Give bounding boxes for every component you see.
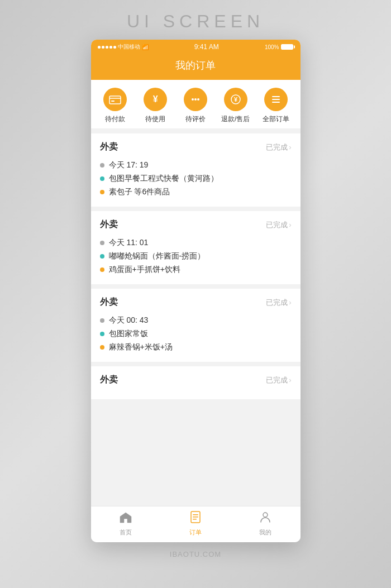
order-category-4: 外卖	[100, 374, 118, 386]
status-left: 中国移动 📶	[98, 43, 149, 51]
order-header-4: 外卖 已完成 ›	[100, 374, 292, 386]
order-category-2: 外卖	[100, 219, 118, 231]
order-status-text-3: 已完成	[266, 298, 288, 308]
nav-icon-pending-use-icon: ¥	[144, 88, 167, 111]
signal-dot-5	[113, 46, 116, 49]
nav-item-all-orders[interactable]: 全部订单	[256, 88, 296, 124]
order-card-1: 外卖 已完成 › 今天 17: 19 包图早餐工程式快餐（黄河路） 素包子 等6…	[91, 133, 301, 207]
battery-fill	[282, 45, 293, 49]
order-header-1: 外卖 已完成 ›	[100, 141, 292, 153]
tab-home[interactable]: 首页	[91, 511, 161, 537]
order-item-text-1-1: 包图早餐工程式快餐（黄河路）	[109, 174, 218, 184]
order-item-text-3-1: 包图家常饭	[109, 329, 148, 339]
order-status-3[interactable]: 已完成 ›	[266, 298, 291, 308]
order-header-2: 外卖 已完成 ›	[100, 219, 292, 231]
chevron-right-icon-2: ›	[289, 221, 291, 229]
order-item-1-1: 包图早餐工程式快餐（黄河路）	[100, 172, 292, 185]
order-item-2-0: 今天 11: 01	[100, 236, 292, 250]
order-status-text-1: 已完成	[266, 142, 288, 152]
nav-icon-all-orders-icon	[264, 88, 288, 111]
svg-rect-9	[272, 102, 280, 103]
chevron-right-icon-3: ›	[289, 298, 291, 307]
carrier-text: 中国移动	[118, 43, 140, 51]
order-item-text-2-1: 嘟嘟炝锅面（炸酱面-捞面）	[109, 251, 206, 261]
order-item-2-2: 鸡蛋面+手抓饼+饮料	[100, 263, 292, 276]
status-time: 9:41 AM	[194, 43, 219, 51]
dot-gray-1-0	[100, 163, 104, 168]
dot-teal-2-1	[100, 254, 104, 259]
dot-orange-1-2	[100, 190, 104, 194]
footer-label: IBAOTU.COM	[170, 550, 221, 558]
wifi-icon: 📶	[142, 44, 149, 50]
order-item-text-2-0: 今天 11: 01	[109, 238, 149, 248]
order-item-text-2-2: 鸡蛋面+手抓饼+饮料	[109, 265, 180, 275]
dot-orange-3-2	[100, 345, 104, 350]
nav-icon-refund-icon: ¥	[224, 88, 247, 111]
svg-rect-1	[111, 101, 115, 102]
svg-point-4	[197, 98, 199, 101]
signal-dot-4	[109, 46, 112, 49]
chevron-right-icon-1: ›	[289, 143, 291, 151]
svg-rect-7	[272, 96, 280, 97]
svg-point-2	[192, 98, 194, 101]
svg-rect-11	[193, 514, 198, 515]
order-card-4: 外卖 已完成 ›	[91, 366, 301, 399]
order-status-text-4: 已完成	[266, 375, 288, 385]
nav-icons-bar: 待付款 ¥ 待使用 待评价 ¥	[91, 80, 301, 129]
tab-label-home: 首页	[120, 528, 132, 537]
tab-mine[interactable]: 我的	[231, 511, 301, 537]
tab-orders[interactable]: 订单	[161, 511, 231, 537]
order-item-2-1: 嘟嘟炝锅面（炸酱面-捞面）	[100, 250, 292, 263]
order-item-1-2: 素包子 等6件商品	[100, 185, 292, 199]
order-item-1-0: 今天 17: 19	[100, 159, 292, 172]
signal-dot-3	[106, 46, 108, 49]
phone-frame: 中国移动 📶 9:41 AM 100% 我的订单 待付款	[91, 40, 301, 542]
svg-point-14	[263, 513, 268, 517]
svg-text:¥: ¥	[234, 96, 238, 103]
chevron-right-icon-4: ›	[289, 376, 291, 384]
nav-item-pending-review[interactable]: 待评价	[175, 88, 216, 124]
nav-item-pending-use[interactable]: ¥ 待使用	[135, 88, 175, 124]
nav-item-refund[interactable]: ¥ 退款/售后	[216, 88, 256, 124]
svg-rect-12	[193, 517, 198, 518]
battery-bar	[281, 44, 293, 50]
battery-percent: 100%	[265, 44, 279, 50]
nav-label-all-orders: 全部订单	[263, 114, 289, 124]
orders-icon	[189, 511, 202, 527]
dot-orange-2-2	[100, 267, 104, 272]
status-bar: 中国移动 📶 9:41 AM 100%	[91, 40, 301, 53]
status-right: 100%	[265, 44, 294, 50]
order-category-1: 外卖	[100, 141, 118, 153]
nav-item-pending-payment[interactable]: 待付款	[96, 88, 136, 124]
dot-teal-3-1	[100, 332, 104, 336]
order-item-text-1-0: 今天 17: 19	[109, 160, 149, 170]
order-item-text-3-2: 麻辣香锅+米饭+汤	[109, 342, 173, 352]
order-status-2[interactable]: 已完成 ›	[266, 220, 291, 230]
tab-label-orders: 订单	[189, 528, 202, 537]
mine-icon	[259, 511, 271, 527]
nav-icon-pending-review-icon	[184, 88, 207, 111]
order-status-4[interactable]: 已完成 ›	[266, 375, 291, 385]
order-item-text-1-2: 素包子 等6件商品	[109, 187, 170, 197]
page-title: 我的订单	[91, 59, 301, 72]
dot-gray-3-0	[100, 318, 104, 323]
bottom-tab-bar: 首页 订单 我的	[91, 506, 301, 542]
nav-label-refund: 退款/售后	[221, 114, 250, 124]
order-status-1[interactable]: 已完成 ›	[266, 142, 291, 152]
dot-gray-2-0	[100, 241, 104, 245]
signal-dot-1	[98, 46, 101, 49]
order-item-3-2: 麻辣香锅+米饭+汤	[100, 341, 292, 354]
nav-icon-pending-payment-icon	[103, 88, 127, 111]
signal-dots	[98, 46, 116, 49]
tab-label-mine: 我的	[259, 528, 271, 537]
order-item-3-1: 包图家常饭	[100, 327, 292, 341]
dot-teal-1-1	[100, 176, 104, 181]
order-category-3: 外卖	[100, 297, 118, 308]
nav-label-pending-use: 待使用	[145, 114, 165, 124]
home-icon	[119, 511, 132, 527]
order-card-2: 外卖 已完成 › 今天 11: 01 嘟嘟炝锅面（炸酱面-捞面） 鸡蛋面+手抓饼…	[91, 211, 301, 284]
page-header: 我的订单	[91, 53, 301, 80]
nav-label-pending-payment: 待付款	[105, 114, 125, 124]
order-card-3: 外卖 已完成 › 今天 00: 43 包图家常饭 麻辣香锅+米饭+汤	[91, 289, 301, 362]
signal-dot-2	[102, 46, 104, 49]
